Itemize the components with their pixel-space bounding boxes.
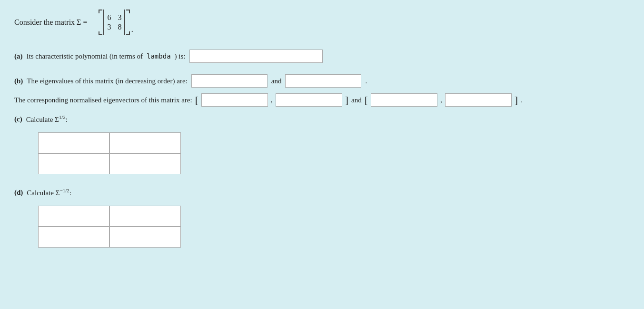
part-a-text2: ) is:	[175, 52, 186, 60]
c-m01-input[interactable]	[109, 132, 181, 153]
part-c-label-row: (c) Calculate Σ1/2:	[14, 114, 630, 124]
lambda-code: lambda	[147, 52, 171, 60]
vec1-close-bracket: ]	[345, 94, 348, 106]
comma1: ,	[271, 96, 273, 104]
part-b-eigenvalues-row: (b) The eigenvalues of this matrix (in d…	[14, 74, 630, 88]
vec2-close-bracket: ]	[515, 94, 518, 106]
eigenvec2-comp1-input[interactable]	[371, 93, 437, 107]
char-poly-input[interactable]	[189, 50, 323, 63]
intro-section: Consider the matrix Σ = 6 3 3 8 .	[14, 10, 630, 35]
part-b-section: (b) The eigenvalues of this matrix (in d…	[14, 74, 630, 107]
c-m10-input[interactable]	[38, 153, 109, 174]
period-intro: .	[131, 24, 133, 34]
part-b-text: The eigenvalues of this matrix (in decre…	[27, 77, 187, 85]
part-a-label: (a)	[14, 52, 23, 60]
d-m00-input[interactable]	[38, 206, 109, 227]
m01: 3	[118, 13, 121, 22]
eigenvalue-2-input[interactable]	[285, 74, 361, 88]
part-c-text: Calculate Σ1/2:	[26, 114, 68, 124]
equals-sign	[92, 18, 94, 27]
d-m10-input[interactable]	[38, 227, 109, 248]
d-m11-input[interactable]	[109, 227, 181, 248]
part-b-label: (b)	[14, 77, 23, 85]
part-a-row: (a) Its characteristic polynomial (in te…	[14, 50, 630, 63]
part-d-label: (d)	[14, 189, 23, 197]
m11: 8	[118, 23, 121, 31]
eigenvectors-row: The corresponding normalised eigenvector…	[14, 93, 630, 107]
part-a-text: Its characteristic polynomial (in terms …	[27, 52, 143, 60]
part-c-section: (c) Calculate Σ1/2:	[14, 114, 630, 174]
eigenvec1-comp2-input[interactable]	[276, 93, 342, 107]
eigenvec1-comp1-input[interactable]	[201, 93, 268, 107]
m00: 6	[107, 13, 111, 22]
m10: 3	[107, 23, 111, 31]
matrix-values: 6 3 3 8	[105, 12, 123, 32]
eigenvec2-comp2-input[interactable]	[445, 93, 512, 107]
part-a-section: (a) Its characteristic polynomial (in te…	[14, 50, 630, 63]
part-d-matrix	[38, 206, 181, 248]
eigenvec-text: The corresponding normalised eigenvector…	[14, 96, 192, 104]
eigenvalue-1-input[interactable]	[191, 74, 268, 88]
c-m11-input[interactable]	[109, 153, 181, 174]
part-d-text: Calculate Σ−1/2:	[27, 188, 71, 197]
vec2-open-bracket: [	[365, 94, 368, 106]
c-m00-input[interactable]	[38, 132, 109, 153]
vec1-open-bracket: [	[195, 94, 198, 106]
part-c-matrix	[38, 132, 181, 174]
period-b: .	[365, 77, 367, 85]
part-d-label-row: (d) Calculate Σ−1/2:	[14, 188, 630, 197]
comma2: ,	[440, 96, 442, 104]
part-d-section: (d) Calculate Σ−1/2:	[14, 188, 630, 248]
and-text-vec: and	[351, 96, 362, 104]
and-text-b: and	[271, 77, 282, 85]
intro-text: Consider the matrix Σ =	[14, 18, 87, 27]
part-c-label: (c)	[14, 115, 22, 123]
sigma-matrix: 6 3 3 8 .	[99, 10, 133, 35]
d-m01-input[interactable]	[109, 206, 181, 227]
period-vec: .	[521, 96, 523, 104]
